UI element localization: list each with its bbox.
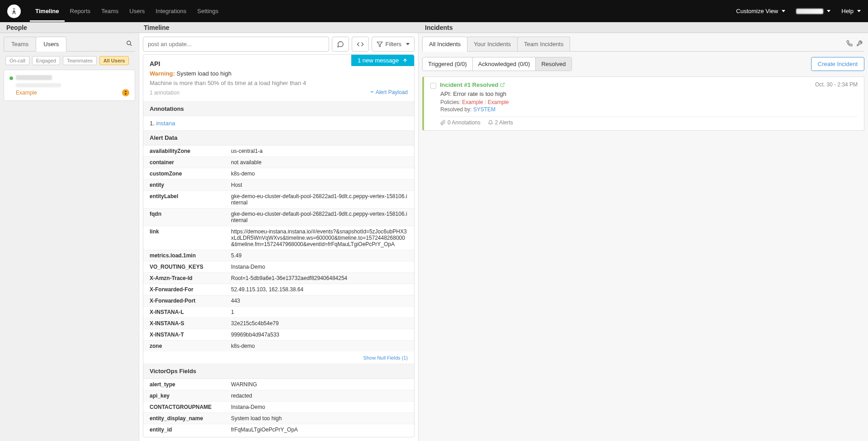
incident-annotations-count[interactable]: 0 Annotations: [440, 119, 481, 126]
data-value: Instana-Demo: [225, 261, 414, 273]
timeline-card: 1 new message API Warning: System load t…: [143, 54, 415, 437]
table-row: api_keyredacted: [143, 390, 414, 402]
data-key: entity_display_name: [143, 413, 225, 424]
chat-icon-button[interactable]: [332, 37, 349, 52]
table-row: fqdngke-demo-eu-cluster-default-pool-268…: [143, 209, 414, 226]
warning-label: Warning:: [150, 70, 175, 77]
search-icon[interactable]: [123, 38, 135, 51]
table-row: X-INSTANA-L1: [143, 307, 414, 318]
nav-reports[interactable]: Reports: [65, 0, 96, 22]
incident-title-text: Incident #1 Resolved: [440, 81, 498, 88]
filters-button[interactable]: Filters: [372, 37, 415, 52]
table-row: alert_typeWARNING: [143, 379, 414, 390]
data-key: metrics.load.1min: [143, 250, 225, 261]
pill-oncall[interactable]: On-call: [5, 56, 29, 65]
main-content: Teams Users On-call Engaged Teammates Al…: [0, 33, 868, 441]
policy-link[interactable]: Example : Example: [462, 99, 509, 105]
wrench-icon[interactable]: [856, 40, 863, 48]
nav-right: Customize View Help: [736, 8, 861, 14]
caret-down-icon: [406, 43, 410, 45]
table-row: linkhttps://demoeu-instana.instana.io/#/…: [143, 226, 414, 250]
table-row: zonek8s-demo: [143, 341, 414, 352]
table-row: metrics.load.1min5.49: [143, 250, 414, 261]
alert-payload-link[interactable]: Alert Payload: [370, 89, 408, 95]
pill-teammates[interactable]: Teammates: [63, 56, 97, 65]
table-row: VO_ROUTING_KEYSInstana-Demo: [143, 261, 414, 273]
code-icon-button[interactable]: [352, 37, 369, 52]
incident-policies: Policies: Example : Example: [440, 99, 858, 105]
data-value: gke-demo-eu-cluster-default-pool-26822ad…: [225, 191, 414, 209]
data-value: gke-demo-eu-cluster-default-pool-26822ad…: [225, 209, 414, 226]
data-key: X-INSTANA-S: [143, 318, 225, 329]
tab-users[interactable]: Users: [36, 37, 66, 52]
incident-footer: 0 Annotations 2 Alerts: [440, 116, 858, 126]
svg-line-4: [502, 83, 505, 85]
annotation-item: 1. instana: [143, 116, 414, 130]
user-team-link[interactable]: Example: [16, 90, 37, 96]
table-row: CONTACTGROUPNAMEInstana-Demo: [143, 402, 414, 413]
section-timeline-header: Timeline: [139, 24, 419, 31]
pill-engaged[interactable]: Engaged: [32, 56, 60, 65]
incident-card[interactable]: Incident #1 Resolved Oct. 30 - 2:34 PM A…: [422, 76, 864, 131]
nav-integrations[interactable]: Integrations: [150, 0, 192, 22]
annotations-count-label: 0 Annotations: [448, 119, 481, 126]
incident-checkbox[interactable]: [430, 83, 436, 89]
table-row: X-Forwarded-For52.49.115.103, 162.158.38…: [143, 284, 414, 295]
help-dropdown[interactable]: Help: [841, 8, 861, 14]
data-key: entityLabel: [143, 191, 225, 209]
alert-data-header: Alert Data: [143, 130, 414, 145]
incidents-panel: All Incidents Your Incidents Team Incide…: [419, 33, 868, 441]
logo-icon[interactable]: [7, 5, 21, 18]
user-badge-icon: [122, 89, 129, 96]
data-key: fqdn: [143, 209, 225, 226]
nav-timeline[interactable]: Timeline: [30, 0, 65, 22]
tab-team-incidents[interactable]: Team Incidents: [517, 37, 570, 51]
tab-all-incidents[interactable]: All Incidents: [422, 37, 467, 52]
data-value: System load too high: [225, 413, 414, 424]
resolved-by-link[interactable]: SYSTEM: [473, 106, 495, 113]
data-value: 1: [225, 307, 414, 318]
incident-title-link[interactable]: Incident #1 Resolved: [440, 81, 505, 88]
nav-links: Timeline Reports Teams Users Integration…: [30, 0, 224, 22]
tab-teams[interactable]: Teams: [4, 37, 36, 51]
data-key: X-INSTANA-T: [143, 329, 225, 341]
arrow-up-icon: [402, 58, 408, 63]
user-card[interactable]: Example: [4, 70, 135, 101]
show-null-fields-link[interactable]: Show Null Fields (1): [363, 355, 408, 360]
data-key: zone: [143, 341, 225, 352]
filter-acknowledged[interactable]: Acknowledged (0/0): [472, 57, 536, 71]
phone-icon[interactable]: [846, 40, 853, 48]
incidents-tabs: All Incidents Your Incidents Team Incide…: [422, 37, 864, 52]
new-message-banner[interactable]: 1 new message: [351, 55, 414, 66]
pill-all-users[interactable]: All Users: [99, 56, 129, 65]
incident-alerts-count[interactable]: 2 Alerts: [488, 119, 513, 126]
filter-triggered[interactable]: Triggered (0/0): [422, 57, 473, 71]
table-row: X-INSTANA-T99969bb4d947a533: [143, 329, 414, 341]
external-link-icon: [500, 82, 505, 87]
filters-label: Filters: [386, 41, 401, 47]
data-key: entity_id: [143, 424, 225, 436]
data-key: customZone: [143, 168, 225, 180]
timeline-panel: Filters 1 new message API Warning: Syste…: [139, 33, 419, 441]
table-row: entityHost: [143, 180, 414, 191]
incident-resolved-by: Resolved by: SYSTEM: [440, 106, 858, 113]
post-update-input[interactable]: [143, 37, 329, 52]
incidents-tab-icons: [844, 38, 864, 50]
data-key: alert_type: [143, 379, 225, 390]
data-key: container: [143, 157, 225, 168]
data-value: frFqMauLTgiOePcPrY_OpA: [225, 424, 414, 436]
caret-down-icon: [782, 10, 785, 12]
customize-view-dropdown[interactable]: Customize View: [736, 8, 785, 14]
tab-your-incidents[interactable]: Your Incidents: [467, 37, 518, 51]
nav-users[interactable]: Users: [124, 0, 150, 22]
nav-settings[interactable]: Settings: [192, 0, 224, 22]
data-value: Instana-Demo: [225, 402, 414, 413]
nav-teams[interactable]: Teams: [96, 0, 124, 22]
incident-subject: API: Error rate is too high: [440, 90, 858, 97]
data-value: not available: [225, 157, 414, 168]
filter-resolved[interactable]: Resolved: [535, 57, 571, 71]
top-nav: Timeline Reports Teams Users Integration…: [0, 0, 868, 22]
create-incident-button[interactable]: Create Incident: [811, 57, 864, 71]
annotation-link[interactable]: instana: [156, 120, 175, 127]
user-dropdown[interactable]: [796, 9, 830, 14]
